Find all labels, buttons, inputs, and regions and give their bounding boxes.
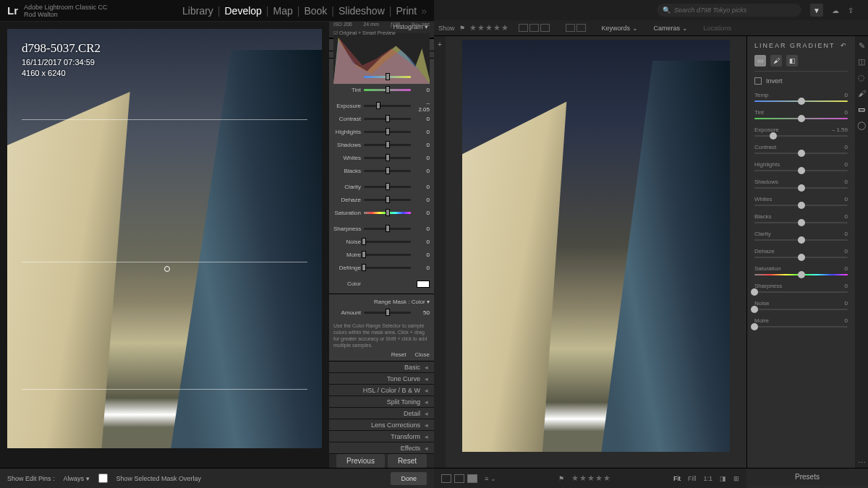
zoom-1to1[interactable]: 1:1: [703, 475, 712, 482]
whites-slider[interactable]: [754, 205, 848, 206]
saturation-slider[interactable]: [754, 274, 848, 275]
module-develop[interactable]: Develop: [223, 5, 263, 17]
dehaze-value[interactable]: 0: [414, 197, 430, 203]
defringe-slider[interactable]: [364, 267, 411, 269]
saturation-value[interactable]: 0: [845, 265, 848, 272]
panel-transform[interactable]: Transform◂: [329, 431, 434, 442]
noise-value[interactable]: 0: [414, 239, 430, 245]
sharpness-slider[interactable]: [364, 228, 411, 230]
panel-effects[interactable]: Effects◂: [329, 442, 434, 454]
moire-slider[interactable]: [364, 254, 411, 256]
panel-detail[interactable]: Detail◂: [329, 408, 434, 419]
done-button[interactable]: Done: [391, 472, 427, 485]
module-print[interactable]: Print: [394, 5, 418, 17]
shadows-slider[interactable]: [754, 187, 848, 189]
linear-gradient-icon[interactable]: ▭: [856, 104, 867, 114]
temp-slider[interactable]: [754, 100, 848, 102]
single-view-icon[interactable]: [467, 474, 477, 483]
contrast-value[interactable]: 0: [845, 144, 848, 150]
sharpness-slider[interactable]: [754, 291, 848, 293]
noise-slider[interactable]: [364, 241, 411, 243]
clarity-value[interactable]: 0: [414, 184, 430, 190]
sharpness-value[interactable]: 0: [845, 283, 848, 289]
dehaze-slider[interactable]: [364, 199, 411, 201]
edit-icon[interactable]: ✎: [856, 40, 867, 51]
tint-slider[interactable]: [754, 118, 848, 119]
previous-button[interactable]: Previous: [336, 454, 385, 468]
gradient-center-pin[interactable]: [164, 266, 170, 272]
exposure-slider[interactable]: [364, 105, 411, 107]
blacks-value[interactable]: 0: [414, 168, 430, 174]
panel-hsl-color-b-w[interactable]: HSL / Color / B & W◂: [329, 385, 434, 396]
gradient-mask-icon[interactable]: ▭: [754, 55, 766, 67]
presets-button[interactable]: Presets: [746, 468, 868, 485]
exposure-value[interactable]: – 1.59: [832, 127, 848, 133]
cc-preview-image[interactable]: [462, 40, 730, 452]
shadows-value[interactable]: 0: [414, 142, 430, 148]
flag-icon[interactable]: ⚑: [558, 475, 564, 482]
pins-dropdown[interactable]: Always ▾: [64, 475, 90, 482]
noise-slider[interactable]: [754, 309, 848, 310]
view-mode-5[interactable]: [576, 24, 586, 32]
highlights-slider[interactable]: [754, 170, 848, 171]
zoom-fit[interactable]: Fit: [673, 475, 681, 482]
keywords-dropdown[interactable]: Keywords ⌄: [596, 22, 644, 34]
radial-gradient-icon[interactable]: ◯: [856, 120, 867, 130]
clarity-slider[interactable]: [754, 239, 848, 241]
amount-value[interactable]: 50: [414, 309, 430, 316]
preview-image[interactable]: d798-5037.CR2 16/11/2017 07:34:59 4160 x…: [7, 29, 322, 448]
undo-icon[interactable]: ↶: [841, 42, 848, 49]
blacks-slider[interactable]: [754, 222, 848, 223]
highlights-value[interactable]: 0: [414, 129, 430, 135]
tint-slider[interactable]: [364, 89, 411, 91]
highlights-value[interactable]: 0: [845, 161, 848, 168]
moire-value[interactable]: 0: [414, 252, 430, 258]
locations-dropdown[interactable]: Locations: [698, 22, 738, 34]
reset-button[interactable]: Reset: [388, 454, 427, 468]
whites-value[interactable]: 0: [845, 196, 848, 202]
module-library[interactable]: Library: [181, 5, 215, 17]
clarity-slider[interactable]: [364, 186, 411, 188]
brush-icon[interactable]: 🖌: [856, 88, 867, 98]
sharpness-value[interactable]: 0: [414, 226, 430, 232]
view-mode-2[interactable]: [529, 24, 539, 32]
compare-icon[interactable]: ◨: [720, 475, 726, 482]
blacks-slider[interactable]: [364, 170, 411, 172]
panel-lens-corrections[interactable]: Lens Corrections◂: [329, 419, 434, 431]
filmstrip-icon[interactable]: ⊞: [733, 475, 739, 482]
blacks-value[interactable]: 0: [845, 213, 848, 220]
view-mode-3[interactable]: [540, 24, 550, 32]
highlights-slider[interactable]: [364, 131, 411, 133]
range-mask-dropdown[interactable]: Range Mask : Color ▾: [333, 297, 430, 307]
brush-mask-icon[interactable]: 🖌: [770, 55, 782, 67]
saturation-slider[interactable]: [364, 212, 411, 214]
flag-picked-icon[interactable]: ⚑: [459, 25, 465, 32]
module-book[interactable]: Book: [302, 5, 328, 17]
grid-view-icon[interactable]: [441, 474, 451, 483]
module-slideshow[interactable]: Slideshow: [337, 5, 386, 17]
exposure-value[interactable]: – 2.05: [414, 100, 430, 113]
sort-dropdown[interactable]: ≡ ⌄: [485, 475, 496, 482]
dehaze-slider[interactable]: [754, 257, 848, 258]
shadows-value[interactable]: 0: [845, 179, 848, 185]
gradient-line-mid[interactable]: [22, 262, 307, 262]
whites-value[interactable]: 0: [414, 155, 430, 161]
exposure-slider[interactable]: [754, 135, 848, 137]
range-mask-close[interactable]: Close: [415, 351, 430, 358]
panel-split-toning[interactable]: Split Toning◂: [329, 396, 434, 408]
eraser-mask-icon[interactable]: ◧: [786, 55, 798, 67]
module-map[interactable]: Map: [272, 5, 294, 17]
tint-value[interactable]: 0: [845, 109, 848, 116]
range-mask-reset[interactable]: Reset: [391, 351, 407, 358]
mask-overlay-checkbox[interactable]: [98, 474, 108, 483]
tint-value[interactable]: 0: [414, 87, 430, 93]
color-swatch[interactable]: [417, 281, 430, 288]
gradient-line-bottom[interactable]: [22, 389, 307, 390]
cameras-dropdown[interactable]: Cameras ⌄: [648, 22, 694, 34]
panel-tone-curve[interactable]: Tone Curve◂: [329, 373, 434, 385]
more-icon[interactable]: ⋯: [856, 458, 867, 468]
gradient-line-top[interactable]: [22, 119, 307, 120]
defringe-value[interactable]: 0: [414, 265, 430, 271]
temp-slider[interactable]: [364, 76, 411, 78]
cloud-icon[interactable]: ☁: [832, 7, 839, 14]
